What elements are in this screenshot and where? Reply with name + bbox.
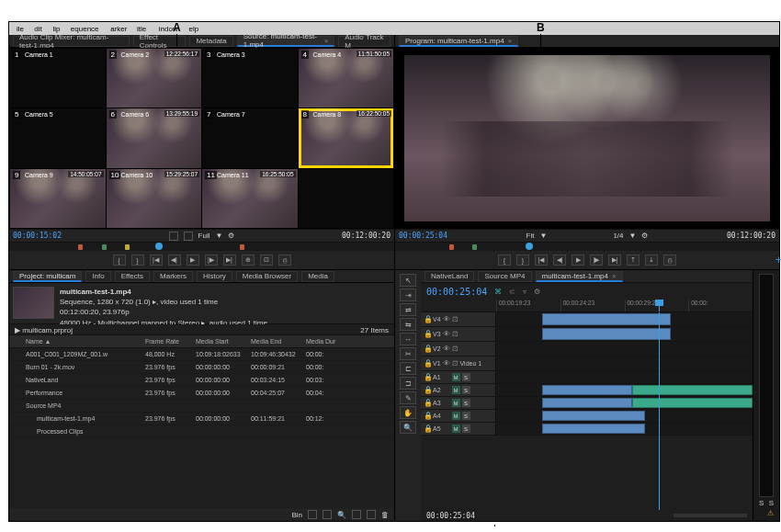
mark-in-button[interactable]: { [498, 255, 511, 266]
source-ruler[interactable] [9, 242, 394, 251]
camera-10[interactable]: 10Camera 1015:29:25:07 [107, 169, 202, 228]
clip[interactable] [542, 385, 632, 395]
camera-4[interactable]: 4Camera 411:51:50:05 [299, 49, 394, 108]
track-header[interactable]: 🔒V3👁⊡ [421, 327, 496, 341]
track-lane[interactable] [496, 371, 753, 383]
col-framerate[interactable]: Frame Rate [145, 338, 196, 345]
tab-seq-nativeland[interactable]: NativeLand [424, 271, 474, 282]
step-fwd-button[interactable]: |▶ [590, 255, 603, 266]
tab-media-browser[interactable]: Media Browser [236, 271, 298, 282]
hand-tool[interactable]: ✋ [400, 406, 416, 419]
marker-icon[interactable] [102, 244, 107, 250]
menu-help[interactable]: Help [184, 25, 198, 33]
icon-view-icon[interactable] [323, 510, 332, 519]
camera-1[interactable]: 1Camera 1 [10, 49, 106, 108]
program-ruler[interactable] [395, 242, 779, 251]
mark-out-button[interactable]: } [516, 255, 529, 266]
tab-info[interactable]: Info [85, 271, 110, 282]
slip-tool[interactable]: ⊏ [400, 362, 416, 375]
mark-out-button[interactable]: } [131, 255, 144, 266]
camera-3[interactable]: 3Camera 3 [202, 49, 298, 108]
track-header[interactable]: 🔒V1👁⊡ Video 1 [421, 357, 496, 370]
table-row[interactable]: Burn 01 - 2k.mov23.976 fps00:00:00:0000:… [9, 361, 394, 374]
track-header[interactable]: 🔒A2MS [421, 384, 496, 396]
link-icon[interactable]: ⊂ [509, 288, 515, 296]
tab-program[interactable]: Program: multicam-test-1.mp4× [399, 36, 518, 47]
marker-add-icon[interactable]: ▿ [523, 288, 526, 296]
col-media-dur[interactable]: Media Dur [306, 338, 343, 345]
menu-edit[interactable]: Edit [29, 25, 42, 33]
tab-history[interactable]: History [197, 271, 232, 282]
clip[interactable] [542, 328, 671, 340]
razor-tool[interactable]: ✂ [400, 347, 416, 360]
pen-tool[interactable]: ✎ [400, 391, 416, 404]
add-button-icon[interactable]: + [775, 254, 781, 266]
track-header[interactable]: 🔒A4MS [421, 410, 496, 422]
camera-5[interactable]: 5Camera 5 [10, 108, 106, 167]
play-button[interactable]: ▶ [187, 255, 199, 266]
zoom-tool[interactable]: 🔍 [400, 421, 416, 434]
menu-file[interactable]: FFileile [12, 25, 24, 33]
clip[interactable] [542, 424, 645, 434]
camera-11[interactable]: 11Camera 1116:25:50:05 [202, 169, 298, 228]
tab-effect-controls[interactable]: Effect Controls [133, 36, 187, 47]
go-out-button[interactable]: ▶| [608, 255, 621, 266]
track-lane[interactable] [496, 423, 753, 435]
tab-project[interactable]: Project: multicam [13, 271, 82, 282]
play-button[interactable]: ▶ [572, 255, 584, 266]
playhead-icon[interactable] [526, 243, 533, 250]
timeline-timecode[interactable]: 00:00:25:04 [426, 287, 487, 297]
track-header[interactable]: 🔒A1MS [421, 371, 496, 383]
timeline-ruler[interactable]: 00:00:19:23 00:00:24:23 00:00:29:23 00:0… [421, 300, 753, 312]
track-header[interactable]: 🔒V4👁⊡ [421, 312, 496, 326]
camera-2[interactable]: 2Camera 212:22:56:17 [107, 49, 202, 108]
menu-title[interactable]: Title [132, 25, 146, 33]
export-frame-button[interactable]: ⎙ [278, 255, 291, 266]
camera-6[interactable]: 6Camera 613:29:55:19 [107, 108, 202, 167]
marker-icon[interactable] [240, 244, 244, 250]
track-lane[interactable] [496, 327, 753, 341]
wrench-icon[interactable]: ⚙ [641, 232, 648, 240]
col-name[interactable]: Name ▲ [26, 338, 145, 345]
marker-icon[interactable] [78, 244, 83, 250]
zoom-slider[interactable] [673, 514, 747, 517]
program-timecode-left[interactable]: 00:00:25:04 [399, 232, 447, 240]
col-media-end[interactable]: Media End [251, 338, 306, 345]
table-row[interactable]: A001_C001_1209MZ_001.w48,000 Hz10:09:18:… [9, 348, 394, 361]
track-lane[interactable] [496, 357, 753, 370]
export-frame-button[interactable]: ⎙ [663, 255, 676, 266]
menu-marker[interactable]: Marker [105, 25, 128, 33]
step-fwd-button[interactable]: |▶ [205, 255, 218, 266]
clip[interactable] [542, 398, 632, 408]
list-view-icon[interactable] [308, 510, 317, 519]
new-item-icon[interactable] [367, 510, 376, 519]
slide-tool[interactable]: ⊐ [400, 377, 416, 390]
trash-icon[interactable]: 🗑 [381, 511, 389, 519]
table-row[interactable]: Source MP4 [9, 400, 394, 413]
mark-in-button[interactable]: { [113, 255, 126, 266]
tab-source[interactable]: Source: multicam-test-1.mp4× [237, 36, 335, 47]
marker-icon[interactable] [472, 244, 477, 250]
wrench-icon[interactable]: ⚙ [228, 232, 234, 240]
program-viewport[interactable] [395, 48, 779, 229]
video-only-icon[interactable] [169, 232, 178, 241]
track-header[interactable]: 🔒A5MS [421, 423, 496, 435]
insert-button[interactable]: ⊕ [242, 255, 255, 266]
camera-8-selected[interactable]: 8Camera 816:22:50:05 [299, 108, 394, 167]
track-select-tool[interactable]: ⇥ [400, 289, 416, 301]
clip[interactable] [542, 313, 671, 325]
track-lane[interactable] [496, 342, 753, 356]
clip[interactable] [632, 385, 753, 395]
track-lane[interactable] [496, 397, 753, 409]
track-lane[interactable] [496, 384, 753, 396]
tab-audio-track-mixer[interactable]: Audio Track M [338, 36, 390, 47]
rolling-tool[interactable]: ⇆ [400, 318, 416, 331]
rate-stretch-tool[interactable]: ↔ [400, 333, 416, 345]
collapse-icon[interactable]: ▶ [15, 326, 20, 334]
snap-icon[interactable]: ⌘ [494, 288, 502, 296]
clip[interactable] [632, 398, 753, 408]
tab-markers[interactable]: Markers [153, 271, 193, 282]
search-icon[interactable]: 🔍 [337, 511, 346, 519]
track-lane[interactable] [496, 410, 753, 422]
track-header[interactable]: 🔒V2👁⊡ [421, 342, 496, 356]
